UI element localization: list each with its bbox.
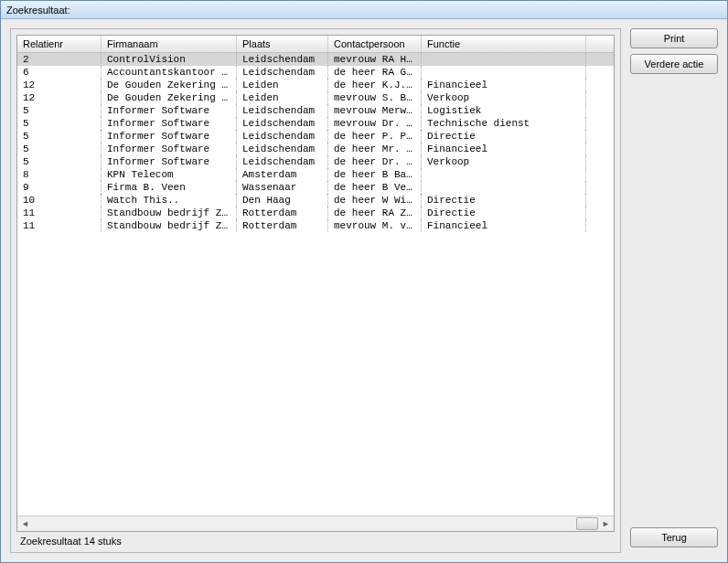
table-row[interactable]: 2ControlVisionLeidschendammevrouw RA H..… — [17, 53, 614, 66]
table-cell — [422, 181, 586, 194]
table-cell: de heer B Veen — [328, 181, 422, 194]
window-title: Zoekresultaat: — [6, 5, 70, 16]
content-area: Relatienr Firmanaam Plaats Contactpersoo… — [1, 19, 727, 562]
table-cell: Informer Software — [102, 143, 237, 155]
table-cell: de heer K.J.... — [328, 79, 422, 91]
col-contactpersoon[interactable]: Contactpersoon — [328, 36, 422, 52]
status-text: Zoekresultaat 14 stuks — [20, 536, 122, 547]
table-row[interactable]: 6Accountantskantoor FBSLeidschendamde he… — [17, 66, 614, 79]
table-cell: 11 — [17, 219, 102, 232]
table-row[interactable]: 8KPN TelecomAmsterdamde heer B Ba... — [17, 168, 614, 181]
table-cell: de heer RA Z... — [328, 207, 422, 219]
table-cell: Directie — [422, 194, 586, 207]
scroll-thumb[interactable] — [576, 517, 598, 530]
table-cell: ControlVision — [102, 53, 237, 66]
table-cell: Technische dienst — [422, 117, 586, 130]
table-cell: Leidschendam — [237, 143, 328, 155]
table-cell: Leidschendam — [237, 66, 328, 79]
table-cell: Rotterdam — [237, 219, 328, 232]
action-panel: Print Verdere actie Terug — [630, 28, 718, 553]
table-cell: 5 — [17, 143, 102, 155]
table-cell — [422, 168, 586, 181]
col-functie[interactable]: Functie — [422, 36, 586, 52]
table-row[interactable]: 11Standbouw bedrijf Za...Rotterdamde hee… — [17, 207, 614, 219]
table-cell: Den Haag — [237, 194, 328, 207]
col-firmanaam[interactable]: Firmanaam — [102, 36, 237, 52]
table-cell: 10 — [17, 194, 102, 207]
table-row[interactable]: 5Informer SoftwareLeidschendammevrouw Me… — [17, 104, 614, 117]
table-cell: 8 — [17, 168, 102, 181]
horizontal-scrollbar[interactable]: ◄ ► — [17, 515, 614, 531]
table-cell: Informer Software — [102, 104, 237, 117]
table-row[interactable]: 11Standbouw bedrijf Za...Rotterdammevrou… — [17, 219, 614, 232]
col-plaats[interactable]: Plaats — [237, 36, 328, 52]
table-row[interactable]: 12De Gouden Zekering C...Leidenmevrouw S… — [17, 91, 614, 104]
table-cell: 12 — [17, 91, 102, 104]
table-cell: De Gouden Zekering C... — [102, 91, 237, 104]
table-cell — [422, 53, 586, 66]
table-cell: de heer W Wi... — [328, 194, 422, 207]
table-cell: Directie — [422, 207, 586, 219]
table-cell: Informer Software — [102, 155, 237, 168]
table-cell: Leiden — [237, 91, 328, 104]
search-results-window: Zoekresultaat: Relatienr Firmanaam Plaat… — [0, 0, 728, 563]
table-row[interactable]: 5Informer SoftwareLeidschendamde heer Dr… — [17, 155, 614, 168]
table-row[interactable]: 9Firma B. VeenWassenaarde heer B Veen — [17, 181, 614, 194]
scroll-track[interactable] — [33, 516, 598, 531]
table-cell: 2 — [17, 53, 102, 66]
table-cell: mevrouw S. B... — [328, 91, 422, 104]
table-row[interactable]: 5Informer SoftwareLeidschendammevrouw Dr… — [17, 117, 614, 130]
verdere-actie-button[interactable]: Verdere actie — [630, 54, 718, 74]
table-cell — [422, 66, 586, 79]
print-button[interactable]: Print — [630, 28, 718, 48]
table-row[interactable]: 10Watch This..Den Haagde heer W Wi...Dir… — [17, 194, 614, 207]
table-cell: Leidschendam — [237, 117, 328, 130]
table-cell: De Gouden Zekering C... — [102, 79, 237, 91]
table-cell: Leidschendam — [237, 53, 328, 66]
table-cell: Standbouw bedrijf Za... — [102, 207, 237, 219]
table-cell: KPN Telecom — [102, 168, 237, 181]
scroll-right-icon[interactable]: ► — [598, 516, 614, 532]
table-cell: Informer Software — [102, 117, 237, 130]
table-cell: de heer P. P... — [328, 130, 422, 143]
terug-button[interactable]: Terug — [630, 527, 718, 547]
spacer — [630, 80, 718, 527]
table-cell: 5 — [17, 130, 102, 143]
table-row[interactable]: 12De Gouden Zekering C...Leidende heer K… — [17, 79, 614, 91]
table-cell: 6 — [17, 66, 102, 79]
table-cell: de heer Dr. ... — [328, 155, 422, 168]
table-cell: Verkoop — [422, 155, 586, 168]
table-cell: Informer Software — [102, 130, 237, 143]
table-cell: Financieel — [422, 79, 586, 91]
table-cell: de heer Mr. ... — [328, 143, 422, 155]
table-cell: mevrouw Merwede — [328, 104, 422, 117]
table-body[interactable]: 2ControlVisionLeidschendammevrouw RA H..… — [17, 53, 614, 515]
table-cell: Amsterdam — [237, 168, 328, 181]
table-cell: mevrouw RA H... — [328, 53, 422, 66]
table-cell: Financieel — [422, 143, 586, 155]
table-cell: Logistiek — [422, 104, 586, 117]
col-relatienr[interactable]: Relatienr — [17, 36, 102, 52]
table-cell: Leidschendam — [237, 104, 328, 117]
results-table: Relatienr Firmanaam Plaats Contactpersoo… — [16, 35, 615, 532]
titlebar: Zoekresultaat: — [1, 1, 727, 19]
table-cell: mevrouw Dr. ... — [328, 117, 422, 130]
table-cell: 5 — [17, 155, 102, 168]
table-cell: Rotterdam — [237, 207, 328, 219]
table-cell: Leidschendam — [237, 130, 328, 143]
table-cell: Standbouw bedrijf Za... — [102, 219, 237, 232]
status-bar: Zoekresultaat 14 stuks — [16, 532, 615, 547]
table-cell: 9 — [17, 181, 102, 194]
table-row[interactable]: 5Informer SoftwareLeidschendamde heer P.… — [17, 130, 614, 143]
table-cell: de heer RA G... — [328, 66, 422, 79]
scroll-left-icon[interactable]: ◄ — [17, 516, 33, 532]
table-cell: 5 — [17, 117, 102, 130]
table-cell: Directie — [422, 130, 586, 143]
table-cell: de heer B Ba... — [328, 168, 422, 181]
table-cell: Leiden — [237, 79, 328, 91]
table-cell: Watch This.. — [102, 194, 237, 207]
table-row[interactable]: 5Informer SoftwareLeidschendamde heer Mr… — [17, 143, 614, 155]
table-cell: Accountantskantoor FBS — [102, 66, 237, 79]
table-cell: Firma B. Veen — [102, 181, 237, 194]
table-cell: Financieel — [422, 219, 586, 232]
